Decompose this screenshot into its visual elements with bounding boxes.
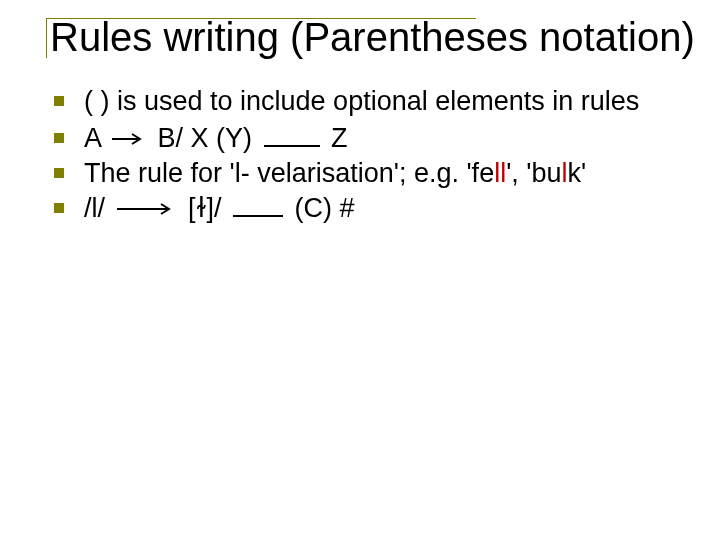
bullet-rule: /l/ [ɫ]/ (C) # [48, 191, 696, 226]
rule-rhs: [ɫ]/ [188, 193, 229, 223]
bullet-definition: ( ) is used to include optional elements… [48, 84, 696, 119]
desc-post: k' [568, 158, 587, 188]
schema-rhs: B/ X (Y) [158, 123, 253, 153]
arrow-icon [112, 132, 144, 146]
arrow-icon [117, 202, 175, 216]
bullet-group-2: The rule for 'l- velarisation'; e.g. 'fe… [48, 156, 696, 191]
blank-slot [264, 125, 320, 147]
title-rule-left [46, 18, 47, 58]
rule-tail: (C) # [295, 193, 355, 223]
rule-lhs: /l/ [84, 193, 105, 223]
desc-red-1: ll [494, 158, 506, 188]
title-rule-top [46, 18, 476, 19]
bullet-group-3: /l/ [ɫ]/ (C) # [48, 191, 696, 226]
title-block: Rules writing (Parentheses notation) [24, 14, 696, 60]
schema-tail: Z [331, 123, 348, 153]
bullet-schema: A B/ X (Y) Z [48, 121, 696, 156]
schema-lhs: A [84, 123, 101, 153]
blank-slot [233, 195, 283, 217]
slide: Rules writing (Parentheses notation) ( )… [0, 0, 720, 540]
desc-pre: The rule for 'l- velarisation'; e.g. 'fe [84, 158, 494, 188]
bullet-example-desc: The rule for 'l- velarisation'; e.g. 'fe… [48, 156, 696, 191]
desc-mid: ', 'bu [506, 158, 561, 188]
bullet-group-1: ( ) is used to include optional elements… [48, 84, 696, 156]
slide-title: Rules writing (Parentheses notation) [38, 14, 696, 60]
